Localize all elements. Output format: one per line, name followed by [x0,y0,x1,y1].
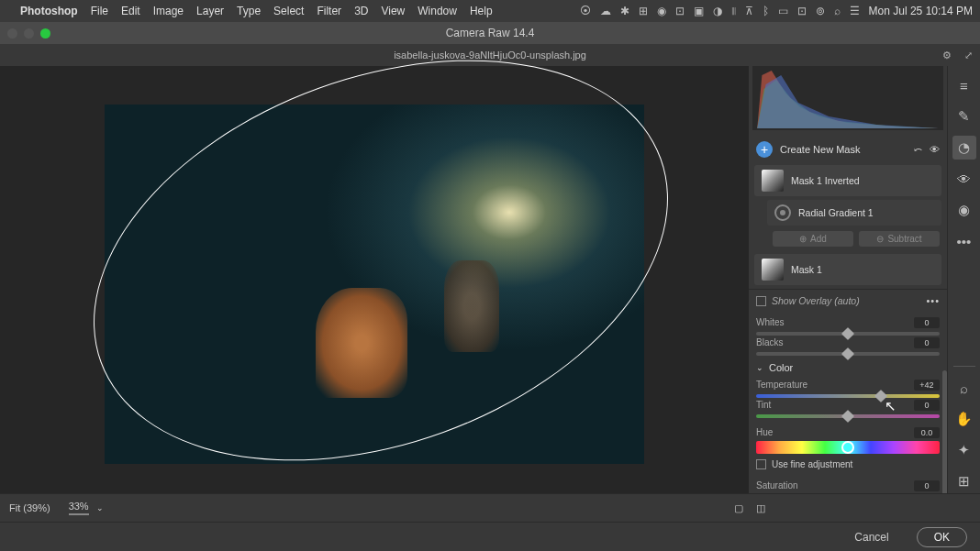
color-section-header[interactable]: ⌄ Color [756,358,940,378]
saturation-value[interactable]: 0 [914,480,940,491]
visibility-icon[interactable]: 👁 [930,144,940,156]
right-toolbar: ≡ ✎ ◔ 👁 ◉ ••• ⌕ ✋ ✦ ⊞ [947,66,980,493]
type-menu[interactable]: Type [237,5,261,17]
fine-adjustment-checkbox[interactable] [756,459,766,469]
temperature-value[interactable]: +42 [914,380,940,391]
temperature-label: Temperature [756,380,807,391]
before-after-icon[interactable]: ▢ [734,502,743,514]
bluetooth-icon[interactable]: ᛒ [763,5,769,17]
hue-track[interactable] [756,441,940,454]
canvas-area[interactable] [0,66,749,493]
zoom-value[interactable]: 33% [69,501,89,515]
crop-tool-icon[interactable]: ✎ [952,105,976,128]
help-menu[interactable]: Help [470,5,493,17]
grid-tool-icon[interactable]: ⊞ [952,469,976,493]
status-icon-4[interactable]: ⊡ [675,5,685,17]
adjustments-panel: + Create New Mask ⤺ 👁 Mask 1 Inverted Ra… [749,66,947,493]
temperature-track[interactable] [756,394,940,398]
blacks-value[interactable]: 0 [914,337,940,348]
status-icon-1[interactable]: ✱ [620,5,629,17]
subtract-mask-button[interactable]: ⊖Subtract [859,231,940,247]
cc-icon[interactable]: ☁ [600,5,611,17]
add-mask-button[interactable]: ⊕Add [773,231,853,247]
select-menu[interactable]: Select [273,5,304,17]
image-menu[interactable]: Image [153,5,184,17]
blacks-track[interactable] [756,352,940,356]
document-header: isabella-juskova-9aNltHjuOc0-unsplash.jp… [0,44,980,66]
zoom-chevron-icon[interactable]: ⌄ [96,503,104,512]
overlay-more-icon[interactable]: ••• [926,295,940,306]
filename-label: isabella-juskova-9aNltHjuOc0-unsplash.jp… [394,50,586,61]
undo-icon[interactable]: ⤺ [914,144,922,156]
menubar-left: Photoshop File Edit Image Layer Type Sel… [7,5,493,17]
whites-value[interactable]: 0 [914,317,940,328]
fit-label[interactable]: Fit (39%) [9,502,50,513]
close-window-button[interactable] [7,28,17,39]
histogram[interactable] [752,66,943,130]
status-icon-6[interactable]: ◑ [713,5,722,17]
create-mask-label: Create New Mask [780,144,907,155]
layer-menu[interactable]: Layer [196,5,224,17]
file-menu[interactable]: File [91,5,108,17]
zoom-tool-icon[interactable]: ⌕ [952,376,976,400]
add-icon: ⊕ [799,234,807,244]
blacks-label: Blacks [756,337,783,348]
tint-track[interactable] [756,414,940,418]
whites-track[interactable] [756,332,940,336]
window-menu[interactable]: Window [418,5,457,17]
add-subtract-row: ⊕Add ⊖Subtract [749,227,947,252]
status-icon-2[interactable]: ⊞ [639,5,648,17]
radial-gradient-icon [774,204,791,221]
status-icon-3[interactable]: ◉ [657,5,666,17]
masking-tool-icon[interactable]: ◔ [952,136,976,160]
overlay-row: Show Overlay (auto) ••• [749,289,947,312]
edit-tool-icon[interactable]: ≡ [952,73,976,97]
show-overlay-checkbox[interactable] [756,296,766,306]
status-icon-7[interactable]: ⫴ [731,5,736,17]
radial-gradient-item[interactable]: Radial Gradient 1 [767,200,941,226]
mask-item-inverted[interactable]: Mask 1 Inverted [754,165,941,196]
panel-scrollbar[interactable] [942,370,947,493]
compare-icon[interactable]: ◫ [756,502,765,514]
create-mask-button[interactable]: + [756,141,773,158]
saturation-label: Saturation [756,480,798,491]
filter-menu[interactable]: Filter [317,5,341,17]
status-icon-10[interactable]: ⊡ [797,5,807,17]
hue-slider: Hue 0.0 [756,427,940,454]
hue-label: Hue [756,427,773,438]
edit-menu[interactable]: Edit [121,5,140,17]
datetime[interactable]: Mon Jul 25 10:14 PM [869,5,973,17]
image-content [316,288,407,398]
search-icon[interactable]: ⌕ [834,5,841,17]
redeye-tool-icon[interactable]: ◉ [952,198,976,222]
color-sampler-icon[interactable]: ✦ [952,438,976,462]
status-icon-5[interactable]: ▣ [694,5,704,17]
battery-icon[interactable]: ▭ [778,5,788,17]
eye-tool-icon[interactable]: 👁 [952,167,976,191]
record-icon[interactable]: ⦿ [580,5,591,17]
adjustment-sliders: Whites 0 Blacks 0 ⌄ Color Temperature [749,312,947,493]
cancel-button[interactable]: Cancel [838,528,905,546]
tint-slider: Tint 0 [756,400,940,418]
view-menu[interactable]: View [381,5,405,17]
app-menu[interactable]: Photoshop [20,5,78,17]
settings-gear-icon[interactable]: ⚙ [942,50,952,61]
minimize-window-button[interactable] [24,28,34,39]
3d-menu[interactable]: 3D [354,5,368,17]
ok-button[interactable]: OK [917,527,967,547]
mask-item-1[interactable]: Mask 1 [754,254,941,285]
status-icon-8[interactable]: ⊼ [745,5,753,17]
hand-tool-icon[interactable]: ✋ [952,407,976,431]
maximize-window-button[interactable] [40,28,50,39]
control-center-icon[interactable]: ☰ [850,5,860,17]
tint-value[interactable]: 0 [914,400,940,411]
fine-adjustment-row: Use fine adjustment [756,456,940,473]
fullscreen-icon[interactable]: ⤢ [964,50,973,61]
menubar-status: ⦿ ☁ ✱ ⊞ ◉ ⊡ ▣ ◑ ⫴ ⊼ ᛒ ▭ ⊡ ⊚ ⌕ ☰ Mon Jul … [580,5,973,17]
hue-value[interactable]: 0.0 [914,427,940,438]
mask-thumb-icon [762,259,784,281]
more-tools-icon[interactable]: ••• [952,229,976,253]
bottom-bar: Fit (39%) 33% ⌄ ▢ ◫ [0,493,980,522]
hue-thumb[interactable] [841,441,854,454]
wifi-icon[interactable]: ⊚ [816,5,825,17]
